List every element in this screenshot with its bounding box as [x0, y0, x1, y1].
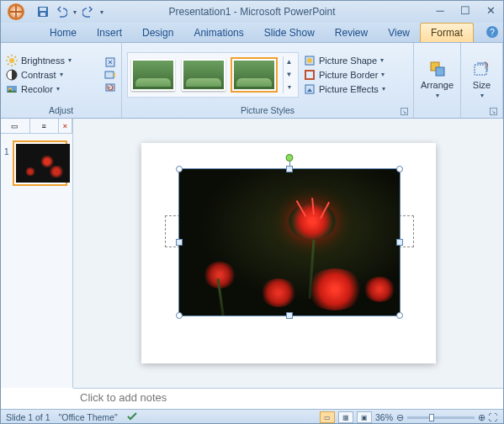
- ribbon-tabs: Home Insert Design Animations Slide Show…: [1, 23, 503, 43]
- svg-rect-17: [105, 72, 114, 78]
- resize-handle-se[interactable]: [396, 312, 403, 319]
- svg-rect-3: [40, 13, 45, 16]
- resize-handle-s[interactable]: [286, 312, 293, 319]
- picture-border-icon: [304, 69, 316, 81]
- picture-shape-label: Picture Shape: [319, 56, 377, 66]
- slideshow-view-button[interactable]: ▣: [357, 411, 372, 423]
- styles-dialog-launcher[interactable]: ↘: [401, 108, 408, 115]
- slide-canvas[interactable]: [73, 119, 503, 388]
- notes-pane[interactable]: Click to add notes: [73, 388, 503, 409]
- change-picture-icon[interactable]: [104, 69, 116, 81]
- resize-handle-e[interactable]: [396, 239, 403, 246]
- office-button[interactable]: [1, 1, 31, 23]
- contrast-label: Contrast: [21, 70, 56, 80]
- undo-icon[interactable]: [55, 5, 68, 19]
- recolor-label: Recolor: [21, 84, 53, 94]
- recolor-button[interactable]: Recolor▾: [6, 82, 60, 96]
- picture-shape-button[interactable]: Picture Shape▾: [304, 54, 385, 67]
- tab-home[interactable]: Home: [40, 24, 87, 42]
- slide-number: 1: [4, 147, 9, 156]
- zoom-out-button[interactable]: ⊖: [396, 412, 404, 422]
- resize-handle-ne[interactable]: [396, 166, 403, 172]
- zoom-in-button[interactable]: ⊕: [478, 412, 485, 422]
- size-dialog-launcher[interactable]: ↘: [490, 108, 497, 115]
- group-adjust: Brightness▾ Contrast▾ Recolor▾ Adjust: [1, 43, 122, 118]
- group-picture-styles: ▲▼▾ Picture Shape▾ Picture Border▾ Pictu…: [122, 43, 414, 118]
- slides-tab-icon[interactable]: ▭: [1, 119, 30, 133]
- brightness-icon: [6, 55, 18, 66]
- arrange-label: Arrange: [421, 80, 454, 90]
- group-size: Size▾ ↘: [461, 43, 503, 118]
- style-thumb-3[interactable]: [232, 59, 276, 91]
- contrast-icon: [6, 69, 18, 81]
- zoom-slider[interactable]: [407, 416, 475, 419]
- status-slide: Slide 1 of 1: [6, 412, 50, 422]
- svg-rect-2: [40, 8, 46, 11]
- tab-view[interactable]: View: [378, 24, 420, 42]
- resize-handle-nw[interactable]: [176, 166, 183, 172]
- outline-tab-icon[interactable]: ≡: [30, 119, 60, 133]
- group-label-styles: Picture Styles↘: [127, 104, 408, 116]
- qat-customize-icon[interactable]: ▾: [100, 8, 103, 16]
- style-thumb-2[interactable]: [182, 59, 225, 91]
- help-icon[interactable]: ?: [486, 26, 498, 38]
- save-icon[interactable]: [36, 5, 50, 19]
- resize-handle-n[interactable]: [286, 166, 293, 172]
- svg-line-12: [15, 56, 17, 58]
- picture-border-button[interactable]: Picture Border▾: [304, 68, 385, 82]
- sorter-view-button[interactable]: ▦: [338, 411, 353, 423]
- close-button[interactable]: ✕: [478, 1, 503, 19]
- tab-insert[interactable]: Insert: [87, 24, 132, 42]
- svg-line-9: [8, 56, 9, 58]
- size-label: Size: [473, 80, 491, 90]
- slide: [141, 143, 436, 363]
- pane-close-icon[interactable]: ×: [59, 119, 72, 133]
- size-icon: [473, 60, 491, 78]
- workspace: ▭ ≡ × 1: [1, 119, 503, 388]
- svg-point-4: [9, 58, 14, 63]
- tab-format[interactable]: Format: [420, 23, 474, 42]
- maximize-button[interactable]: ☐: [453, 1, 478, 19]
- svg-rect-25: [475, 65, 486, 75]
- picture-effects-button[interactable]: Picture Effects▾: [304, 82, 385, 96]
- ribbon: Brightness▾ Contrast▾ Recolor▾ Adjust: [1, 43, 503, 119]
- spellcheck-icon[interactable]: [126, 411, 138, 423]
- undo-dropdown-icon[interactable]: ▾: [73, 8, 77, 16]
- title-bar: ▾ ▾ Presentation1 - Microsoft PowerPoint…: [1, 1, 503, 23]
- resize-handle-w[interactable]: [176, 239, 183, 246]
- tab-slideshow[interactable]: Slide Show: [254, 24, 325, 42]
- redo-icon[interactable]: [82, 5, 95, 19]
- minimize-button[interactable]: ─: [427, 1, 453, 19]
- picture-shape-icon: [304, 55, 316, 66]
- status-bar: Slide 1 of 1 "Office Theme" ▭ ▦ ▣ 36% ⊖ …: [1, 409, 503, 424]
- arrange-button[interactable]: Arrange▾: [419, 60, 455, 99]
- group-label-adjust: Adjust: [6, 104, 116, 116]
- window-title: Presentation1 - Microsoft PowerPoint: [168, 6, 335, 18]
- rotation-handle[interactable]: [285, 154, 293, 162]
- fit-to-window-button[interactable]: ⛶: [489, 412, 498, 422]
- tab-animations[interactable]: Animations: [183, 24, 253, 42]
- group-arrange: Arrange▾: [414, 43, 461, 118]
- slide-thumbnail-1[interactable]: [13, 140, 67, 186]
- brightness-button[interactable]: Brightness▾: [6, 54, 72, 67]
- size-button[interactable]: Size▾: [466, 60, 497, 99]
- svg-line-11: [8, 63, 9, 65]
- picture-style-gallery[interactable]: ▲▼▾: [127, 52, 299, 98]
- zoom-level[interactable]: 36%: [375, 412, 393, 422]
- quick-access-toolbar: ▾ ▾: [31, 5, 103, 19]
- normal-view-button[interactable]: ▭: [320, 411, 335, 423]
- compress-pictures-icon[interactable]: [104, 56, 116, 68]
- slides-pane: ▭ ≡ × 1: [1, 119, 73, 388]
- svg-point-20: [307, 58, 312, 63]
- resize-handle-sw[interactable]: [176, 312, 183, 319]
- contrast-button[interactable]: Contrast▾: [6, 68, 63, 82]
- tab-design[interactable]: Design: [132, 24, 183, 42]
- picture-effects-label: Picture Effects: [319, 84, 379, 94]
- gallery-scroll[interactable]: ▲▼▾: [283, 56, 294, 93]
- svg-rect-21: [305, 71, 314, 79]
- style-thumb-1[interactable]: [131, 59, 175, 91]
- tab-review[interactable]: Review: [325, 24, 378, 42]
- inserted-picture[interactable]: [178, 168, 401, 316]
- reset-picture-icon[interactable]: [104, 82, 116, 93]
- brightness-label: Brightness: [21, 56, 65, 66]
